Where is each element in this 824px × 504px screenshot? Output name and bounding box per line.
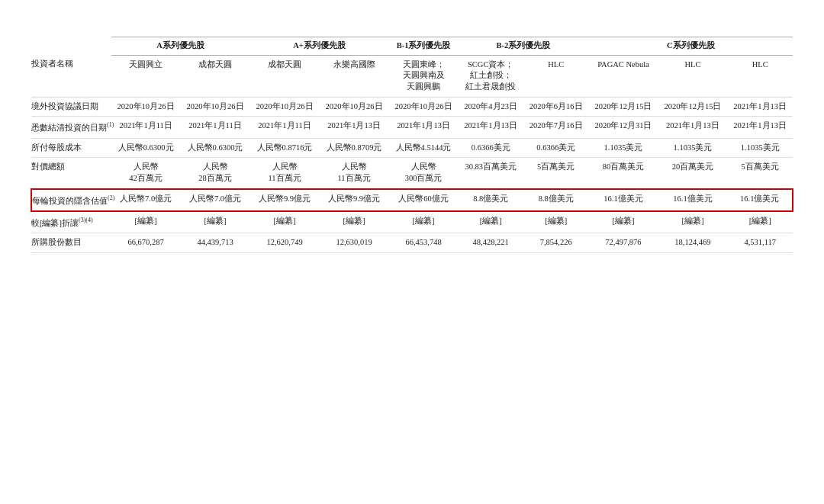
cell-2-2: 2021年1月11日 [250,117,320,138]
cell-2-9: 2021年1月13日 [727,117,793,138]
col-group-aplus: A+系列優先股 [250,37,389,56]
col-group-b1: B-1系列優先股 [389,37,459,56]
cell-5-7: 16.1億美元 [588,189,658,211]
cell-3-1: 人民幣0.6300元 [181,138,250,158]
cell-5-4: 人民幣60億元 [389,189,459,211]
cell-6-0: [編纂] [111,211,181,233]
cell-0-9: HLC [727,55,793,97]
cell-0-2: 成都天圓 [250,55,320,97]
cell-2-4: 2021年1月13日 [389,117,459,138]
cell-0-1: 成都天圓 [181,55,250,97]
cell-6-9: [編纂] [727,211,793,233]
cell-4-7: 80百萬美元 [588,158,658,189]
cell-7-9: 4,531,117 [727,233,793,253]
cell-5-6: 8.8億美元 [523,189,588,211]
cell-1-3: 2020年10月26日 [320,97,389,117]
cell-2-0: 2021年1月11日 [111,117,181,138]
row-label: 每輪投資的隱含估值(2) [31,189,111,211]
cell-4-4: 人民幣 300百萬元 [389,158,459,189]
cell-7-0: 66,670,287 [111,233,181,253]
row-label: 所付每股成本 [31,138,111,158]
cell-1-6: 2020年6月16日 [523,97,588,117]
cell-6-5: [編纂] [459,211,523,233]
table-row: 較[編纂]折讓(3)(4)[編纂][編纂][編纂][編纂][編纂][編纂][編纂… [31,211,793,233]
cell-2-3: 2021年1月13日 [320,117,389,138]
cell-3-0: 人民幣0.6300元 [111,138,181,158]
cell-5-9: 16.1億美元 [727,189,793,211]
empty-header [31,37,111,56]
cell-5-3: 人民幣9.9億元 [320,189,389,211]
cell-2-6: 2020年7月16日 [523,117,588,138]
cell-0-8: HLC [658,55,727,97]
cell-0-0: 天圓興立 [111,55,181,97]
table-row: 對價總額人民幣 42百萬元人民幣 28百萬元人民幣 11百萬元人民幣 11百萬元… [31,158,793,189]
cell-2-8: 2021年1月13日 [658,117,727,138]
cell-4-5: 30.83百萬美元 [459,158,523,189]
cell-3-5: 0.6366美元 [459,138,523,158]
cell-3-8: 1.1035美元 [658,138,727,158]
cell-3-7: 1.1035美元 [588,138,658,158]
cell-4-0: 人民幣 42百萬元 [111,158,181,189]
cell-5-0: 人民幣7.0億元 [111,189,181,211]
cell-0-4: 天圓東峰； 天圓興南及 天圓興鵬 [389,55,459,97]
row-label: 投資者名稱 [31,55,111,97]
cell-1-7: 2020年12月15日 [588,97,658,117]
cell-7-1: 44,439,713 [181,233,250,253]
cell-6-4: [編纂] [389,211,459,233]
cell-2-7: 2020年12月31日 [588,117,658,138]
cell-0-5: SCGC資本； 紅土創投； 紅土君晟創投 [459,55,523,97]
cell-7-7: 72,497,876 [588,233,658,253]
row-label: 境外投資協議日期 [31,97,111,117]
cell-4-3: 人民幣 11百萬元 [320,158,389,189]
cell-7-8: 18,124,469 [658,233,727,253]
cell-1-2: 2020年10月26日 [250,97,320,117]
cell-1-1: 2020年10月26日 [181,97,250,117]
row-label: 對價總額 [31,158,111,189]
table-row: 所購股份數目66,670,28744,439,71312,620,74912,6… [31,233,793,253]
main-table-wrapper: A系列優先股 A+系列優先股 B-1系列優先股 B-2系列優先股 C系列優先股 … [31,37,793,253]
row-label: 悉數結清投資的日期(1) [31,117,111,138]
cell-6-8: [編纂] [658,211,727,233]
table-row: 每輪投資的隱含估值(2)人民幣7.0億元人民幣7.0億元人民幣9.9億元人民幣9… [31,189,793,211]
investment-table: A系列優先股 A+系列優先股 B-1系列優先股 B-2系列優先股 C系列優先股 … [31,37,793,253]
cell-7-6: 7,854,226 [523,233,588,253]
cell-1-4: 2020年10月26日 [389,97,459,117]
cell-6-1: [編纂] [181,211,250,233]
cell-6-2: [編纂] [250,211,320,233]
row-label: 較[編纂]折讓(3)(4) [31,211,111,233]
cell-0-6: HLC [523,55,588,97]
cell-6-6: [編纂] [523,211,588,233]
cell-6-3: [編纂] [320,211,389,233]
cell-7-3: 12,630,019 [320,233,389,253]
cell-4-6: 5百萬美元 [523,158,588,189]
column-group-header-row: A系列優先股 A+系列優先股 B-1系列優先股 B-2系列優先股 C系列優先股 [31,37,793,56]
cell-1-5: 2020年4月23日 [459,97,523,117]
cell-0-7: PAGAC Nebula [588,55,658,97]
cell-3-6: 0.6366美元 [523,138,588,158]
cell-5-1: 人民幣7.0億元 [181,189,250,211]
col-group-a: A系列優先股 [111,37,250,56]
cell-3-9: 1.1035美元 [727,138,793,158]
cell-3-4: 人民幣4.5144元 [389,138,459,158]
table-row: 悉數結清投資的日期(1)2021年1月11日2021年1月11日2021年1月1… [31,117,793,138]
cell-7-4: 66,453,748 [389,233,459,253]
cell-2-1: 2021年1月11日 [181,117,250,138]
cell-0-3: 永樂高國際 [320,55,389,97]
table-row: 投資者名稱天圓興立成都天圓成都天圓永樂高國際天圓東峰； 天圓興南及 天圓興鵬SC… [31,55,793,97]
col-group-c: C系列優先股 [588,37,793,56]
cell-1-8: 2020年12月15日 [658,97,727,117]
col-group-b2: B-2系列優先股 [459,37,589,56]
table-row: 境外投資協議日期2020年10月26日2020年10月26日2020年10月26… [31,97,793,117]
cell-1-0: 2020年10月26日 [111,97,181,117]
cell-4-1: 人民幣 28百萬元 [181,158,250,189]
cell-3-3: 人民幣0.8709元 [320,138,389,158]
cell-7-2: 12,620,749 [250,233,320,253]
cell-6-7: [編纂] [588,211,658,233]
table-row: 所付每股成本人民幣0.6300元人民幣0.6300元人民幣0.8716元人民幣0… [31,138,793,158]
cell-4-2: 人民幣 11百萬元 [250,158,320,189]
cell-2-5: 2021年1月13日 [459,117,523,138]
cell-5-5: 8.8億美元 [459,189,523,211]
cell-3-2: 人民幣0.8716元 [250,138,320,158]
cell-5-2: 人民幣9.9億元 [250,189,320,211]
cell-5-8: 16.1億美元 [658,189,727,211]
